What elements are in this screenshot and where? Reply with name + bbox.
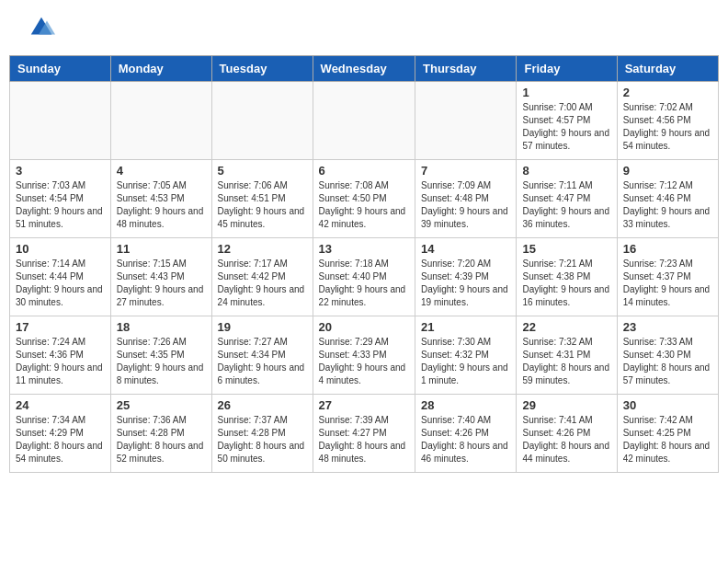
day-number: 8 xyxy=(522,164,610,178)
day-info: Sunrise: 7:32 AM Sunset: 4:31 PM Dayligh… xyxy=(522,336,610,387)
calendar-cell: 12Sunrise: 7:17 AM Sunset: 4:42 PM Dayli… xyxy=(211,238,313,316)
calendar-cell: 22Sunrise: 7:32 AM Sunset: 4:31 PM Dayli… xyxy=(517,316,617,395)
day-number: 3 xyxy=(16,164,105,178)
calendar-cell xyxy=(10,82,111,160)
day-info: Sunrise: 7:24 AM Sunset: 4:36 PM Dayligh… xyxy=(16,336,105,387)
calendar-cell: 28Sunrise: 7:40 AM Sunset: 4:26 PM Dayli… xyxy=(415,395,517,473)
day-number: 27 xyxy=(319,398,409,412)
calendar-table: SundayMondayTuesdayWednesdayThursdayFrid… xyxy=(9,55,719,473)
day-number: 20 xyxy=(319,320,409,334)
calendar-cell: 13Sunrise: 7:18 AM Sunset: 4:40 PM Dayli… xyxy=(313,238,415,316)
logo xyxy=(28,14,59,41)
calendar-cell: 26Sunrise: 7:37 AM Sunset: 4:28 PM Dayli… xyxy=(211,395,313,473)
day-info: Sunrise: 7:26 AM Sunset: 4:35 PM Dayligh… xyxy=(117,336,206,387)
day-info: Sunrise: 7:33 AM Sunset: 4:30 PM Dayligh… xyxy=(623,336,712,387)
calendar-cell: 27Sunrise: 7:39 AM Sunset: 4:27 PM Dayli… xyxy=(313,395,415,473)
day-info: Sunrise: 7:29 AM Sunset: 4:33 PM Dayligh… xyxy=(319,336,409,387)
calendar-cell: 25Sunrise: 7:36 AM Sunset: 4:28 PM Dayli… xyxy=(110,395,211,473)
day-info: Sunrise: 7:37 AM Sunset: 4:28 PM Dayligh… xyxy=(218,414,307,465)
calendar-header-monday: Monday xyxy=(110,56,211,82)
logo-icon xyxy=(28,14,55,41)
day-number: 7 xyxy=(421,164,510,178)
day-info: Sunrise: 7:21 AM Sunset: 4:38 PM Dayligh… xyxy=(522,258,610,309)
day-info: Sunrise: 7:12 AM Sunset: 4:46 PM Dayligh… xyxy=(623,179,712,231)
day-number: 22 xyxy=(522,320,610,334)
calendar-cell: 19Sunrise: 7:27 AM Sunset: 4:34 PM Dayli… xyxy=(211,316,313,395)
day-number: 5 xyxy=(218,164,307,178)
calendar-cell: 23Sunrise: 7:33 AM Sunset: 4:30 PM Dayli… xyxy=(617,316,718,395)
day-number: 21 xyxy=(421,320,510,334)
calendar-cell: 17Sunrise: 7:24 AM Sunset: 4:36 PM Dayli… xyxy=(10,316,111,395)
calendar-cell xyxy=(211,82,313,160)
calendar-cell: 24Sunrise: 7:34 AM Sunset: 4:29 PM Dayli… xyxy=(10,395,111,473)
calendar-cell: 21Sunrise: 7:30 AM Sunset: 4:32 PM Dayli… xyxy=(415,316,517,395)
calendar-header-wednesday: Wednesday xyxy=(313,56,415,82)
day-info: Sunrise: 7:36 AM Sunset: 4:28 PM Dayligh… xyxy=(117,414,206,465)
calendar-header-sunday: Sunday xyxy=(10,56,111,82)
day-info: Sunrise: 7:18 AM Sunset: 4:40 PM Dayligh… xyxy=(319,258,409,309)
day-info: Sunrise: 7:02 AM Sunset: 4:56 PM Dayligh… xyxy=(623,101,712,153)
calendar-week-5: 24Sunrise: 7:34 AM Sunset: 4:29 PM Dayli… xyxy=(10,395,719,473)
calendar-cell: 2Sunrise: 7:02 AM Sunset: 4:56 PM Daylig… xyxy=(617,82,718,160)
calendar-week-4: 17Sunrise: 7:24 AM Sunset: 4:36 PM Dayli… xyxy=(10,316,719,395)
day-info: Sunrise: 7:00 AM Sunset: 4:57 PM Dayligh… xyxy=(522,101,610,153)
calendar-week-1: 1Sunrise: 7:00 AM Sunset: 4:57 PM Daylig… xyxy=(10,82,719,160)
day-number: 29 xyxy=(522,398,610,412)
calendar-cell: 30Sunrise: 7:42 AM Sunset: 4:25 PM Dayli… xyxy=(617,395,718,473)
day-number: 28 xyxy=(421,398,510,412)
calendar-cell: 8Sunrise: 7:11 AM Sunset: 4:47 PM Daylig… xyxy=(517,160,617,238)
calendar-header-row: SundayMondayTuesdayWednesdayThursdayFrid… xyxy=(10,56,719,82)
calendar-cell: 29Sunrise: 7:41 AM Sunset: 4:26 PM Dayli… xyxy=(517,395,617,473)
calendar-cell xyxy=(313,82,415,160)
day-info: Sunrise: 7:41 AM Sunset: 4:26 PM Dayligh… xyxy=(522,414,610,465)
day-info: Sunrise: 7:42 AM Sunset: 4:25 PM Dayligh… xyxy=(623,414,712,465)
day-info: Sunrise: 7:39 AM Sunset: 4:27 PM Dayligh… xyxy=(319,414,409,465)
day-info: Sunrise: 7:11 AM Sunset: 4:47 PM Dayligh… xyxy=(522,179,610,231)
calendar-cell: 11Sunrise: 7:15 AM Sunset: 4:43 PM Dayli… xyxy=(110,238,211,316)
calendar-week-2: 3Sunrise: 7:03 AM Sunset: 4:54 PM Daylig… xyxy=(10,160,719,238)
day-number: 25 xyxy=(117,398,206,412)
calendar-header-saturday: Saturday xyxy=(617,56,718,82)
calendar-cell: 4Sunrise: 7:05 AM Sunset: 4:53 PM Daylig… xyxy=(110,160,211,238)
calendar-cell: 18Sunrise: 7:26 AM Sunset: 4:35 PM Dayli… xyxy=(110,316,211,395)
day-number: 24 xyxy=(16,398,105,412)
day-info: Sunrise: 7:30 AM Sunset: 4:32 PM Dayligh… xyxy=(421,336,510,387)
calendar-cell: 16Sunrise: 7:23 AM Sunset: 4:37 PM Dayli… xyxy=(617,238,718,316)
calendar-cell: 15Sunrise: 7:21 AM Sunset: 4:38 PM Dayli… xyxy=(517,238,617,316)
calendar-cell: 10Sunrise: 7:14 AM Sunset: 4:44 PM Dayli… xyxy=(10,238,111,316)
day-info: Sunrise: 7:08 AM Sunset: 4:50 PM Dayligh… xyxy=(319,179,409,231)
day-number: 1 xyxy=(522,86,610,99)
day-info: Sunrise: 7:27 AM Sunset: 4:34 PM Dayligh… xyxy=(218,336,307,387)
calendar-header-tuesday: Tuesday xyxy=(211,56,313,82)
day-number: 2 xyxy=(623,86,712,99)
day-info: Sunrise: 7:17 AM Sunset: 4:42 PM Dayligh… xyxy=(218,258,307,309)
calendar-cell: 1Sunrise: 7:00 AM Sunset: 4:57 PM Daylig… xyxy=(517,82,617,160)
day-number: 23 xyxy=(623,320,712,334)
day-number: 18 xyxy=(117,320,206,334)
day-info: Sunrise: 7:05 AM Sunset: 4:53 PM Dayligh… xyxy=(117,179,206,231)
day-number: 14 xyxy=(421,242,510,256)
day-number: 17 xyxy=(16,320,105,334)
calendar-header-thursday: Thursday xyxy=(415,56,517,82)
page-header xyxy=(9,0,719,46)
day-info: Sunrise: 7:06 AM Sunset: 4:51 PM Dayligh… xyxy=(218,179,307,231)
calendar-cell: 14Sunrise: 7:20 AM Sunset: 4:39 PM Dayli… xyxy=(415,238,517,316)
day-info: Sunrise: 7:03 AM Sunset: 4:54 PM Dayligh… xyxy=(16,179,105,231)
day-number: 19 xyxy=(218,320,307,334)
day-number: 11 xyxy=(117,242,206,256)
day-info: Sunrise: 7:14 AM Sunset: 4:44 PM Dayligh… xyxy=(16,258,105,309)
day-number: 13 xyxy=(319,242,409,256)
day-number: 30 xyxy=(623,398,712,412)
day-info: Sunrise: 7:15 AM Sunset: 4:43 PM Dayligh… xyxy=(117,258,206,309)
calendar-cell: 3Sunrise: 7:03 AM Sunset: 4:54 PM Daylig… xyxy=(10,160,111,238)
day-number: 4 xyxy=(117,164,206,178)
calendar-cell: 7Sunrise: 7:09 AM Sunset: 4:48 PM Daylig… xyxy=(415,160,517,238)
calendar-cell xyxy=(415,82,517,160)
calendar-cell xyxy=(110,82,211,160)
calendar-cell: 9Sunrise: 7:12 AM Sunset: 4:46 PM Daylig… xyxy=(617,160,718,238)
day-number: 26 xyxy=(218,398,307,412)
calendar-cell: 5Sunrise: 7:06 AM Sunset: 4:51 PM Daylig… xyxy=(211,160,313,238)
day-info: Sunrise: 7:09 AM Sunset: 4:48 PM Dayligh… xyxy=(421,179,510,231)
day-info: Sunrise: 7:23 AM Sunset: 4:37 PM Dayligh… xyxy=(623,258,712,309)
day-info: Sunrise: 7:34 AM Sunset: 4:29 PM Dayligh… xyxy=(16,414,105,465)
